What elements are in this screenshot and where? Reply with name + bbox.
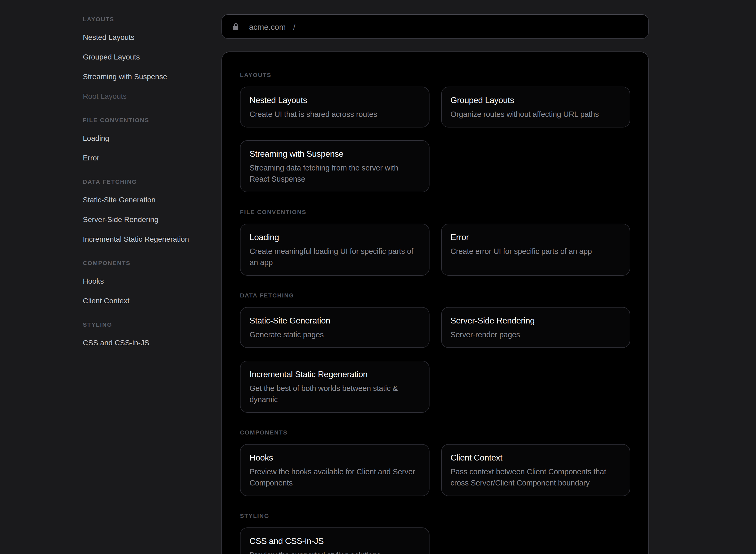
section-layouts: LAYOUTS Nested Layouts Create UI that is…	[240, 71, 630, 192]
card-client-context[interactable]: Client Context Pass context between Clie…	[441, 444, 630, 496]
section-data-fetching: DATA FETCHING Static-Site Generation Gen…	[240, 292, 630, 413]
card-incremental-static-regeneration[interactable]: Incremental Static Regeneration Get the …	[240, 361, 429, 413]
card-description: Pass context between Client Components t…	[450, 466, 621, 489]
card-grid: Loading Create meaningful loading UI for…	[240, 224, 630, 276]
address-bar: acme.com /	[222, 14, 649, 39]
card-title: Error	[450, 231, 621, 244]
sidebar-item-root-layouts: Root Layouts	[83, 86, 209, 106]
section-file-conventions: FILE CONVENTIONS Loading Create meaningf…	[240, 208, 630, 276]
card-description: Get the best of both worlds between stat…	[250, 383, 420, 405]
app-root: LAYOUTS Nested Layouts Grouped Layouts S…	[0, 0, 756, 554]
card-description: Organize routes without affecting URL pa…	[450, 109, 621, 120]
sidebar-item-css-and-css-in-js[interactable]: CSS and CSS-in-JS	[83, 333, 209, 352]
card-title: Incremental Static Regeneration	[250, 368, 420, 381]
section-label: DATA FETCHING	[240, 292, 630, 299]
card-css-and-css-in-js[interactable]: CSS and CSS-in-JS Preview the supported …	[240, 528, 429, 554]
sidebar-item-client-context[interactable]: Client Context	[83, 290, 209, 310]
sidebar-section-label-file-conventions: FILE CONVENTIONS	[83, 115, 209, 125]
section-label: COMPONENTS	[240, 429, 630, 436]
sidebar-section-label-layouts: LAYOUTS	[83, 14, 209, 24]
card-title: CSS and CSS-in-JS	[250, 535, 420, 548]
sidebar-item-error[interactable]: Error	[83, 148, 209, 167]
card-title: Grouped Layouts	[450, 94, 621, 107]
sidebar-section-label-styling: STYLING	[83, 319, 209, 330]
card-grouped-layouts[interactable]: Grouped Layouts Organize routes without …	[441, 87, 630, 127]
section-components: COMPONENTS Hooks Preview the hooks avail…	[240, 429, 630, 496]
card-grid: Nested Layouts Create UI that is shared …	[240, 87, 630, 192]
section-label: FILE CONVENTIONS	[240, 208, 630, 216]
address-path-separator: /	[293, 22, 295, 31]
sidebar-item-nested-layouts[interactable]: Nested Layouts	[83, 27, 209, 47]
card-description: Server-render pages	[450, 329, 621, 340]
card-server-side-rendering[interactable]: Server-Side Rendering Server-render page…	[441, 307, 630, 348]
card-title: Hooks	[250, 451, 420, 464]
card-streaming-with-suspense[interactable]: Streaming with Suspense Streaming data f…	[240, 140, 429, 192]
card-description: Generate static pages	[250, 329, 420, 340]
sidebar: LAYOUTS Nested Layouts Grouped Layouts S…	[0, 0, 222, 554]
sidebar-section-label-components: COMPONENTS	[83, 258, 209, 268]
card-title: Client Context	[450, 451, 621, 464]
card-description: Create error UI for specific parts of an…	[450, 246, 621, 257]
card-description: Preview the hooks available for Client a…	[250, 466, 420, 489]
sidebar-item-grouped-layouts[interactable]: Grouped Layouts	[83, 47, 209, 66]
card-description: Streaming data fetching from the server …	[250, 163, 420, 185]
card-grid: Hooks Preview the hooks available for Cl…	[240, 444, 630, 496]
card-description: Create UI that is shared across routes	[250, 109, 420, 120]
section-label: STYLING	[240, 512, 630, 519]
card-title: Loading	[250, 231, 420, 244]
card-hooks[interactable]: Hooks Preview the hooks available for Cl…	[240, 444, 429, 496]
card-title: Static-Site Generation	[250, 315, 420, 327]
sidebar-item-server-side-rendering[interactable]: Server-Side Rendering	[83, 209, 209, 229]
card-title: Streaming with Suspense	[250, 148, 420, 160]
address-domain: acme.com	[249, 22, 286, 31]
card-description: Create meaningful loading UI for specifi…	[250, 246, 420, 268]
card-nested-layouts[interactable]: Nested Layouts Create UI that is shared …	[240, 87, 429, 127]
section-styling: STYLING CSS and CSS-in-JS Preview the su…	[240, 512, 630, 554]
card-error[interactable]: Error Create error UI for specific parts…	[441, 224, 630, 276]
sidebar-item-loading[interactable]: Loading	[83, 128, 209, 148]
card-static-site-generation[interactable]: Static-Site Generation Generate static p…	[240, 307, 429, 348]
card-grid: Static-Site Generation Generate static p…	[240, 307, 630, 413]
sidebar-section-label-data-fetching: DATA FETCHING	[83, 176, 209, 187]
sidebar-item-streaming-with-suspense[interactable]: Streaming with Suspense	[83, 66, 209, 86]
viewport: LAYOUTS Nested Layouts Grouped Layouts S…	[0, 0, 756, 554]
card-loading[interactable]: Loading Create meaningful loading UI for…	[240, 224, 429, 276]
sidebar-item-hooks[interactable]: Hooks	[83, 271, 209, 290]
sidebar-item-incremental-static-regeneration[interactable]: Incremental Static Regeneration	[83, 229, 209, 248]
card-description: Preview the supported styling solutions	[250, 550, 420, 554]
main-panel: LAYOUTS Nested Layouts Create UI that is…	[222, 52, 649, 554]
section-label: LAYOUTS	[240, 71, 630, 78]
lock-icon	[233, 22, 239, 31]
card-title: Server-Side Rendering	[450, 315, 621, 327]
card-title: Nested Layouts	[250, 94, 420, 107]
sidebar-item-static-site-generation[interactable]: Static-Site Generation	[83, 189, 209, 209]
card-grid: CSS and CSS-in-JS Preview the supported …	[240, 528, 630, 554]
